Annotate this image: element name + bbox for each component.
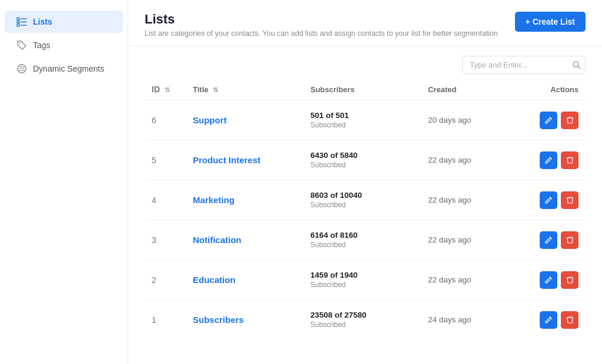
edit-icon <box>544 156 553 164</box>
cell-title-6: Support <box>186 100 303 140</box>
cell-id-2: 2 <box>145 260 186 300</box>
col-header-title: Title ⇅ <box>186 79 303 100</box>
svg-rect-2 <box>17 24 19 26</box>
delete-icon <box>566 236 574 244</box>
search-button[interactable] <box>573 61 581 69</box>
segments-icon <box>16 63 27 74</box>
cell-subscribers-1: 23508 of 27580 Subscribed <box>303 300 421 340</box>
edit-button-2[interactable] <box>540 271 557 289</box>
svg-rect-0 <box>17 18 19 20</box>
cell-id-6: 6 <box>145 100 186 140</box>
sidebar-item-dynamic-segments[interactable]: Dynamic Segments <box>5 58 123 80</box>
sidebar: Lists Tags Dynamic Segments <box>0 0 128 364</box>
cell-subscribers-6: 501 of 501 Subscribed <box>303 100 421 140</box>
cell-subscribers-3: 6164 of 8160 Subscribed <box>303 220 421 260</box>
cell-id-4: 4 <box>145 180 186 220</box>
page-subtitle: List are categories of your contacts. Yo… <box>145 29 498 38</box>
delete-button-6[interactable] <box>561 112 578 129</box>
tags-icon <box>16 40 27 50</box>
table-header-row: ID ⇅ Title ⇅ Subscribers Created Actions <box>145 79 586 100</box>
cell-title-1: Subscribers <box>186 300 303 340</box>
cell-title-3: Notification <box>186 220 303 260</box>
table-row: 5 Product Interest 6430 of 5840 Subscrib… <box>145 140 586 180</box>
table-row: 2 Education 1459 of 1940 Subscribed 22 d… <box>145 260 586 300</box>
cell-id-3: 3 <box>145 220 186 260</box>
table-row: 4 Marketing 8603 of 10040 Subscribed 22 … <box>145 180 586 220</box>
sidebar-item-lists[interactable]: Lists <box>5 11 123 33</box>
cell-subscribers-5: 6430 of 5840 Subscribed <box>303 140 421 180</box>
cell-created-6: 20 days ago <box>421 100 527 140</box>
cell-title-5: Product Interest <box>186 140 303 180</box>
col-header-actions: Actions <box>527 79 586 100</box>
svg-line-9 <box>578 66 580 69</box>
col-header-created: Created <box>421 79 527 100</box>
list-title-link-3[interactable]: Notification <box>193 235 242 245</box>
cell-subscribers-4: 8603 of 10040 Subscribed <box>303 180 421 220</box>
subscribers-count-5: 6430 of 5840 <box>310 151 414 160</box>
lists-icon <box>16 16 27 27</box>
delete-icon <box>566 116 574 124</box>
cell-created-3: 22 days ago <box>421 220 527 260</box>
subscribers-label-4: Subscribed <box>310 201 414 209</box>
search-wrap <box>462 56 586 74</box>
delete-icon <box>566 316 574 324</box>
cell-actions-5 <box>527 140 586 180</box>
delete-icon <box>566 196 574 204</box>
cell-id-1: 1 <box>145 300 186 340</box>
edit-icon <box>544 196 553 204</box>
search-icon <box>573 61 581 69</box>
edit-button-4[interactable] <box>540 191 557 209</box>
list-title-link-2[interactable]: Education <box>193 275 236 285</box>
created-text-4: 22 days ago <box>428 196 471 204</box>
list-title-link-1[interactable]: Subscribers <box>193 315 244 325</box>
title-sort-icon[interactable]: ⇅ <box>213 86 218 94</box>
edit-button-3[interactable] <box>540 231 557 249</box>
created-text-1: 24 days ago <box>428 315 471 324</box>
delete-icon <box>566 276 574 284</box>
create-list-button[interactable]: + Create List <box>515 12 586 32</box>
action-btns-4 <box>534 191 578 209</box>
delete-button-1[interactable] <box>561 311 578 329</box>
delete-button-2[interactable] <box>561 271 578 289</box>
cell-actions-1 <box>527 300 586 340</box>
table-row: 6 Support 501 of 501 Subscribed 20 days … <box>145 100 586 140</box>
edit-button-1[interactable] <box>540 311 557 329</box>
cell-title-4: Marketing <box>186 180 303 220</box>
subscribers-label-3: Subscribed <box>310 241 414 249</box>
table-row: 1 Subscribers 23508 of 27580 Subscribed … <box>145 300 586 340</box>
subscribers-count-2: 1459 of 1940 <box>310 271 414 279</box>
cell-created-5: 22 days ago <box>421 140 527 180</box>
sidebar-item-segments-label: Dynamic Segments <box>33 64 104 73</box>
subscribers-label-2: Subscribed <box>310 281 414 289</box>
table-row: 3 Notification 6164 of 8160 Subscribed 2… <box>145 220 586 260</box>
cell-actions-2 <box>527 260 586 300</box>
page-header: Lists List are categories of your contac… <box>128 0 602 46</box>
delete-button-5[interactable] <box>561 151 578 169</box>
created-text-2: 22 days ago <box>428 275 471 284</box>
delete-button-4[interactable] <box>561 191 578 209</box>
cell-actions-6 <box>527 100 586 140</box>
subscribers-count-3: 6164 of 8160 <box>310 231 414 240</box>
action-btns-6 <box>534 112 578 129</box>
created-text-5: 22 days ago <box>428 156 471 164</box>
list-title-link-5[interactable]: Product Interest <box>193 155 260 165</box>
cell-created-4: 22 days ago <box>421 180 527 220</box>
search-bar-row <box>128 46 602 79</box>
sidebar-item-lists-label: Lists <box>33 17 52 26</box>
svg-rect-1 <box>17 21 19 23</box>
cell-created-2: 22 days ago <box>421 260 527 300</box>
sidebar-item-tags[interactable]: Tags <box>5 34 123 56</box>
list-title-link-4[interactable]: Marketing <box>193 195 235 205</box>
delete-button-3[interactable] <box>561 231 578 249</box>
subscribers-label-1: Subscribed <box>310 321 414 329</box>
search-input[interactable] <box>462 56 586 74</box>
edit-button-5[interactable] <box>540 151 557 169</box>
sidebar-item-tags-label: Tags <box>33 41 51 50</box>
action-btns-5 <box>534 151 578 169</box>
cell-actions-4 <box>527 180 586 220</box>
list-title-link-6[interactable]: Support <box>193 115 227 125</box>
action-btns-2 <box>534 271 578 289</box>
edit-button-6[interactable] <box>540 112 557 129</box>
action-btns-3 <box>534 231 578 249</box>
id-sort-icon[interactable]: ⇅ <box>165 86 170 94</box>
